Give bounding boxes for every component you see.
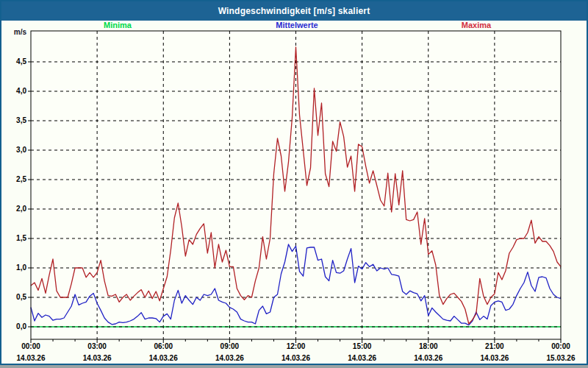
y-tick-label: 3,0 — [3, 146, 26, 155]
y-tick-label: 0,0 — [3, 322, 26, 331]
x-tick-date-label: 14.03.26 — [406, 354, 451, 362]
x-tick-date-label: 14.03.26 — [75, 354, 119, 362]
x-tick-time-label: 12:00 — [278, 342, 315, 350]
x-tick-date-label: 14.03.26 — [141, 354, 185, 362]
x-tick-time-label: 06:00 — [145, 342, 182, 350]
wind-speed-chart — [24, 28, 567, 344]
y-tick-label: 1,0 — [3, 263, 26, 272]
y-tick-label: 2,0 — [3, 205, 26, 213]
chart-window: Windgeschwindigkeit [m/s] skaliert Minim… — [0, 0, 588, 365]
y-axis-unit-label: m/s — [1, 28, 26, 36]
x-tick-date-label: 14.03.26 — [9, 354, 53, 362]
y-tick-label: 3,5 — [3, 116, 26, 125]
x-tick-date-label: 14.03.26 — [274, 354, 318, 362]
window-title: Windgeschwindigkeit [m/s] skaliert — [218, 6, 370, 16]
x-tick-date-label: 15.03.26 — [539, 354, 583, 362]
x-tick-time-label: 18:00 — [410, 342, 447, 350]
x-tick-date-label: 14.03.26 — [207, 354, 251, 362]
y-tick-label: 2,5 — [3, 175, 26, 184]
y-tick-label: 1,5 — [3, 234, 26, 243]
y-tick-label: 4,0 — [3, 87, 26, 96]
chart-plot-area — [24, 28, 567, 344]
x-tick-time-label: 21:00 — [476, 342, 513, 350]
x-tick-time-label: 00:00 — [542, 342, 579, 350]
x-tick-date-label: 14.03.26 — [340, 354, 384, 362]
x-tick-time-label: 09:00 — [211, 342, 248, 350]
x-tick-time-label: 15:00 — [344, 342, 381, 350]
x-tick-date-label: 14.03.26 — [473, 354, 517, 362]
y-tick-label: 0,5 — [3, 293, 26, 302]
x-tick-time-label: 03:00 — [79, 342, 115, 350]
x-tick-time-label: 00:00 — [12, 342, 49, 350]
screen: Windgeschwindigkeit [m/s] skaliert Minim… — [0, 0, 588, 368]
y-tick-label: 4,5 — [3, 57, 26, 66]
title-bar: Windgeschwindigkeit [m/s] skaliert — [1, 1, 587, 21]
